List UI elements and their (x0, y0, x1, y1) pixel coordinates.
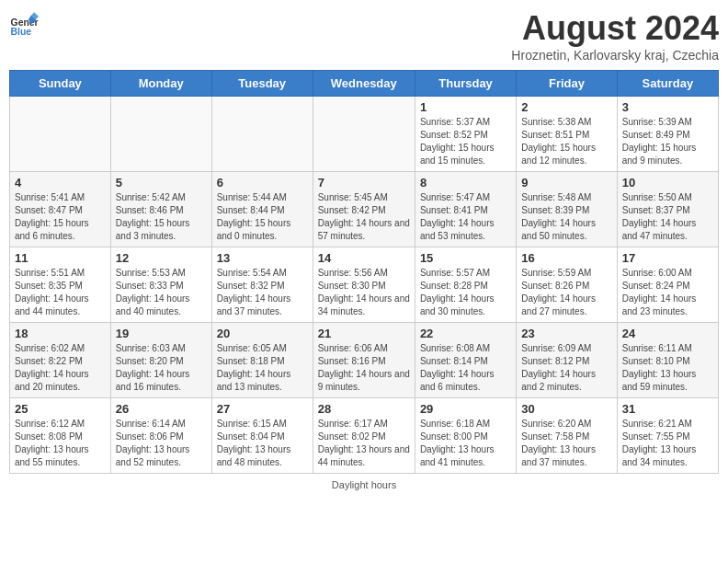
day-number: 27 (217, 402, 308, 416)
table-row: 10Sunrise: 5:50 AM Sunset: 8:37 PM Dayli… (617, 172, 718, 247)
logo-icon: General Blue (9, 9, 39, 39)
day-number: 28 (318, 402, 410, 416)
day-number: 9 (521, 176, 611, 190)
day-info: Sunrise: 6:15 AM Sunset: 8:04 PM Dayligh… (217, 418, 308, 469)
day-number: 19 (116, 327, 207, 340)
table-row: 15Sunrise: 5:57 AM Sunset: 8:28 PM Dayli… (415, 247, 516, 323)
table-row: 22Sunrise: 6:08 AM Sunset: 8:14 PM Dayli… (415, 323, 516, 398)
logo: General Blue (9, 9, 39, 39)
table-row: 12Sunrise: 5:53 AM Sunset: 8:33 PM Dayli… (110, 247, 211, 323)
day-number: 3 (622, 100, 713, 114)
day-info: Sunrise: 5:45 AM Sunset: 8:42 PM Dayligh… (318, 191, 410, 243)
day-number: 7 (318, 176, 410, 190)
calendar-table: Sunday Monday Tuesday Wednesday Thursday… (9, 70, 719, 474)
day-info: Sunrise: 6:03 AM Sunset: 8:20 PM Dayligh… (116, 342, 207, 394)
table-row: 9Sunrise: 5:48 AM Sunset: 8:39 PM Daylig… (517, 172, 617, 247)
day-info: Sunrise: 6:12 AM Sunset: 8:08 PM Dayligh… (15, 418, 106, 469)
day-info: Sunrise: 5:42 AM Sunset: 8:46 PM Dayligh… (116, 191, 207, 243)
table-row: 30Sunrise: 6:20 AM Sunset: 7:58 PM Dayli… (517, 398, 617, 474)
day-info: Sunrise: 6:09 AM Sunset: 8:12 PM Dayligh… (521, 342, 611, 394)
day-number: 26 (116, 402, 207, 416)
day-info: Sunrise: 6:18 AM Sunset: 8:00 PM Dayligh… (420, 418, 511, 469)
table-row (110, 97, 211, 172)
table-row: 27Sunrise: 6:15 AM Sunset: 8:04 PM Dayli… (211, 398, 313, 474)
table-row: 26Sunrise: 6:14 AM Sunset: 8:06 PM Dayli… (110, 398, 211, 474)
day-info: Sunrise: 6:14 AM Sunset: 8:06 PM Dayligh… (116, 418, 207, 469)
table-row: 3Sunrise: 5:39 AM Sunset: 8:49 PM Daylig… (617, 97, 718, 172)
table-row: 5Sunrise: 5:42 AM Sunset: 8:46 PM Daylig… (110, 172, 211, 247)
day-number: 14 (318, 251, 410, 265)
day-info: Sunrise: 5:59 AM Sunset: 8:26 PM Dayligh… (521, 267, 611, 318)
day-number: 18 (15, 327, 106, 340)
day-info: Sunrise: 5:57 AM Sunset: 8:28 PM Dayligh… (420, 267, 511, 318)
calendar-week-row: 18Sunrise: 6:02 AM Sunset: 8:22 PM Dayli… (10, 323, 719, 398)
svg-text:Blue: Blue (11, 27, 32, 37)
day-info: Sunrise: 6:06 AM Sunset: 8:16 PM Dayligh… (318, 342, 410, 394)
day-info: Sunrise: 6:17 AM Sunset: 8:02 PM Dayligh… (318, 418, 410, 469)
col-friday: Friday (517, 71, 617, 97)
table-row: 4Sunrise: 5:41 AM Sunset: 8:47 PM Daylig… (10, 172, 111, 247)
table-row: 24Sunrise: 6:11 AM Sunset: 8:10 PM Dayli… (617, 323, 718, 398)
table-row (10, 97, 111, 172)
table-row: 7Sunrise: 5:45 AM Sunset: 8:42 PM Daylig… (313, 172, 415, 247)
col-monday: Monday (110, 71, 211, 97)
col-wednesday: Wednesday (313, 71, 415, 97)
calendar-week-row: 1Sunrise: 5:37 AM Sunset: 8:52 PM Daylig… (10, 97, 719, 172)
day-info: Sunrise: 5:47 AM Sunset: 8:41 PM Dayligh… (420, 191, 511, 243)
table-row: 2Sunrise: 5:38 AM Sunset: 8:51 PM Daylig… (517, 97, 617, 172)
day-info: Sunrise: 6:02 AM Sunset: 8:22 PM Dayligh… (15, 342, 106, 394)
day-info: Sunrise: 5:56 AM Sunset: 8:30 PM Dayligh… (318, 267, 410, 318)
table-row: 21Sunrise: 6:06 AM Sunset: 8:16 PM Dayli… (313, 323, 415, 398)
table-row: 17Sunrise: 6:00 AM Sunset: 8:24 PM Dayli… (617, 247, 718, 323)
day-number: 17 (622, 251, 713, 265)
col-sunday: Sunday (10, 71, 111, 97)
day-number: 25 (15, 402, 106, 416)
day-info: Sunrise: 5:37 AM Sunset: 8:52 PM Dayligh… (420, 116, 511, 167)
day-info: Sunrise: 6:20 AM Sunset: 7:58 PM Dayligh… (521, 418, 611, 469)
day-number: 29 (420, 402, 511, 416)
day-number: 8 (420, 176, 511, 190)
day-info: Sunrise: 6:21 AM Sunset: 7:55 PM Dayligh… (622, 418, 713, 469)
table-row: 16Sunrise: 5:59 AM Sunset: 8:26 PM Dayli… (517, 247, 617, 323)
day-number: 22 (420, 327, 511, 340)
day-number: 23 (521, 327, 611, 340)
day-number: 24 (622, 327, 713, 340)
day-number: 20 (217, 327, 308, 340)
day-info: Sunrise: 5:54 AM Sunset: 8:32 PM Dayligh… (217, 267, 308, 318)
day-info: Sunrise: 5:48 AM Sunset: 8:39 PM Dayligh… (521, 191, 611, 243)
day-info: Sunrise: 5:51 AM Sunset: 8:35 PM Dayligh… (15, 267, 106, 318)
table-row: 18Sunrise: 6:02 AM Sunset: 8:22 PM Dayli… (10, 323, 111, 398)
day-number: 11 (15, 251, 106, 265)
col-saturday: Saturday (617, 71, 718, 97)
calendar-week-row: 11Sunrise: 5:51 AM Sunset: 8:35 PM Dayli… (10, 247, 719, 323)
footer-note: Daylight hours (9, 479, 719, 490)
location-label: Hroznetin, Karlovarsky kraj, Czechia (511, 48, 719, 63)
day-number: 13 (217, 251, 308, 265)
day-number: 4 (15, 176, 106, 190)
day-number: 12 (116, 251, 207, 265)
title-area: August 2024 Hroznetin, Karlovarsky kraj,… (511, 9, 719, 63)
table-row: 13Sunrise: 5:54 AM Sunset: 8:32 PM Dayli… (211, 247, 313, 323)
day-number: 31 (622, 402, 713, 416)
col-tuesday: Tuesday (211, 71, 313, 97)
calendar-header-row: Sunday Monday Tuesday Wednesday Thursday… (10, 71, 719, 97)
day-number: 30 (521, 402, 611, 416)
day-info: Sunrise: 6:05 AM Sunset: 8:18 PM Dayligh… (217, 342, 308, 394)
table-row: 28Sunrise: 6:17 AM Sunset: 8:02 PM Dayli… (313, 398, 415, 474)
table-row: 23Sunrise: 6:09 AM Sunset: 8:12 PM Dayli… (517, 323, 617, 398)
table-row: 1Sunrise: 5:37 AM Sunset: 8:52 PM Daylig… (415, 97, 516, 172)
day-number: 5 (116, 176, 207, 190)
table-row: 8Sunrise: 5:47 AM Sunset: 8:41 PM Daylig… (415, 172, 516, 247)
table-row: 31Sunrise: 6:21 AM Sunset: 7:55 PM Dayli… (617, 398, 718, 474)
day-info: Sunrise: 5:44 AM Sunset: 8:44 PM Dayligh… (217, 191, 308, 243)
day-number: 16 (521, 251, 611, 265)
table-row: 6Sunrise: 5:44 AM Sunset: 8:44 PM Daylig… (211, 172, 313, 247)
day-info: Sunrise: 6:00 AM Sunset: 8:24 PM Dayligh… (622, 267, 713, 318)
day-info: Sunrise: 6:11 AM Sunset: 8:10 PM Dayligh… (622, 342, 713, 394)
day-number: 21 (318, 327, 410, 340)
table-row: 20Sunrise: 6:05 AM Sunset: 8:18 PM Dayli… (211, 323, 313, 398)
day-number: 10 (622, 176, 713, 190)
table-row: 29Sunrise: 6:18 AM Sunset: 8:00 PM Dayli… (415, 398, 516, 474)
day-number: 15 (420, 251, 511, 265)
day-number: 6 (217, 176, 308, 190)
